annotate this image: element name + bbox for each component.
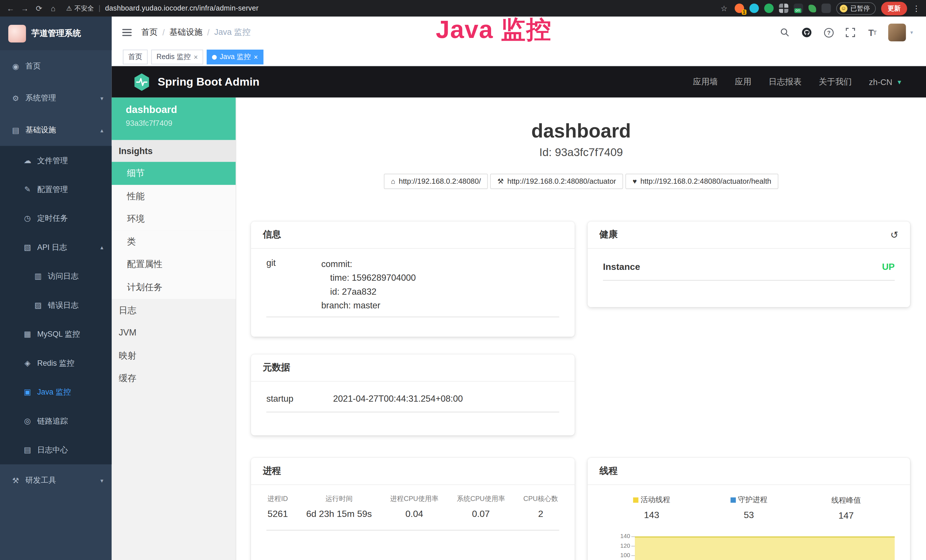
sba-header: Spring Boot Admin 应用墙 应用 日志报表 关于我们 zh-CN… [112,66,926,98]
sba-menu-environment[interactable]: 环境 [112,207,236,230]
breadcrumb-infrastructure[interactable]: 基础设施 [169,27,203,38]
health-card: 健康 ↺ Instance UP [587,222,910,307]
health-url-button[interactable]: ♥ http://192.168.0.2:48080/actuator/heal… [625,174,778,189]
sidebar-item-system-management[interactable]: ⚙ 系统管理 ▾ [0,82,112,114]
back-icon[interactable]: ← [3,4,18,12]
info-row-value: commit: time: 1596289704000 id: 27aa832 … [321,257,416,312]
sba-nav-about[interactable]: 关于我们 [819,76,852,87]
actuator-url-button[interactable]: ⚒ http://192.168.0.2:48080/actuator [490,174,623,189]
sba-menu-metrics[interactable]: 性能 [112,185,236,207]
extension-grid-icon[interactable] [779,3,788,13]
home-icon: ⌂ [391,177,395,185]
user-avatar[interactable] [888,24,906,41]
tab-home[interactable]: 首页 [123,50,148,65]
close-icon[interactable]: × [254,53,258,61]
infrastructure-submenu: ☁ 文件管理 ✎ 配置管理 ◷ 定时任务 ▧ API 日志 ▴ ▥ 访问日志 ▨ [0,146,112,464]
chrome-update-button[interactable]: 更新 [881,2,907,15]
sidebar-item-trace[interactable]: ◎ 链路追踪 [0,407,112,435]
mysql-icon: ▦ [23,330,32,339]
history-icon[interactable]: ↺ [890,229,898,240]
sidebar-item-access-logs[interactable]: ▥ 访问日志 [0,262,112,291]
sidebar-item-error-logs[interactable]: ▨ 错误日志 [0,291,112,319]
sidebar-item-file-management[interactable]: ☁ 文件管理 [0,146,112,175]
sba-brand[interactable]: Spring Boot Admin [133,73,260,91]
tab-java-monitor[interactable]: Java 监控 × [207,50,263,65]
sba-menu-logs[interactable]: 日志 [112,299,236,321]
reload-icon[interactable]: ⟳ [32,4,46,12]
sba-nav-journal[interactable]: 日志报表 [769,76,802,87]
sidebar-item-redis-monitor[interactable]: ◈ Redis 监控 [0,349,112,377]
browser-menu-icon[interactable]: ⋮ [912,4,920,12]
help-icon[interactable]: ? [823,27,835,38]
service-url-button[interactable]: ⌂ http://192.168.0.2:48080/ [384,174,488,189]
github-icon[interactable] [801,27,813,38]
sidebar-collapse-icon[interactable] [123,29,132,36]
fullscreen-icon[interactable] [845,27,856,38]
tab-redis-monitor[interactable]: Redis 监控 × [151,50,203,65]
error-log-icon: ▨ [34,301,42,310]
address-bar[interactable]: dashboard.yudao.iocoder.cn/infra/admin-s… [105,4,259,12]
extension-fox-icon[interactable]: 1 [735,3,744,13]
sidebar-item-java-monitor[interactable]: ▣ Java 监控 [0,377,112,406]
sba-menu-jvm[interactable]: JVM [112,321,236,344]
font-size-icon[interactable]: TT [867,27,878,38]
table-row: Instance UP [603,257,895,281]
extension-puzzle-icon[interactable] [822,3,831,13]
sba-menu-config-props[interactable]: 配置属性 [112,253,236,276]
breadcrumb-separator: / [162,28,165,37]
sba-menu-classes[interactable]: 类 [112,230,236,253]
instance-id: 93a3fc7f7409 [126,119,236,127]
sidebar-item-dev-tools[interactable]: ⚒ 研发工具 ▾ [0,465,112,496]
status-badge: UP [882,262,895,272]
chevron-down-icon: ▾ [100,95,103,101]
page-title: dashboard [236,120,926,142]
bookmark-star-icon[interactable]: ☆ [719,4,729,12]
table-row: git commit: time: 1596289704000 id: 27aa… [266,257,559,317]
chevron-down-icon: ▾ [910,30,913,36]
instance-block[interactable]: dashboard 93a3fc7f7409 [112,98,236,140]
home-icon[interactable]: ⌂ [46,4,61,12]
sidebar-item-log-center[interactable]: ▤ 日志中心 [0,435,112,464]
sba-menu-caches[interactable]: 缓存 [112,367,236,390]
chevron-up-icon: ▴ [100,244,103,250]
sba-menu-details[interactable]: 细节 [112,162,236,185]
sba-nav-applications[interactable]: 应用 [735,76,752,87]
security-indicator[interactable]: ⚠ 不安全 [66,4,94,12]
divider: | [99,4,100,12]
breadcrumb-home[interactable]: 首页 [141,27,158,38]
instance-name: dashboard [126,104,236,115]
extension-badge: 1 [741,9,747,15]
extension-drop-icon[interactable] [749,3,759,13]
metadata-row-value: 2021-04-27T00:44:31.254+08:00 [333,394,463,403]
paused-badge[interactable]: ☺ 已暂停 [836,2,876,14]
admin-sidebar: 芋道管理系统 ◉ 首页 ⚙ 系统管理 ▾ ▤ 基础设施 ▴ ☁ 文件管理 ✎ 配… [0,17,112,560]
forward-icon[interactable]: → [18,4,32,12]
sba-menu-scheduled-tasks[interactable]: 计划任务 [112,276,236,299]
instance-links: ⌂ http://192.168.0.2:48080/ ⚒ http://192… [236,174,926,189]
app-logo-row[interactable]: 芋道管理系统 [0,17,112,50]
close-icon[interactable]: × [194,53,198,61]
sidebar-item-scheduled-tasks[interactable]: ◷ 定时任务 [0,204,112,233]
breadcrumb-current: Java 监控 [214,27,250,38]
sidebar-item-mysql-monitor[interactable]: ▦ MySQL 监控 [0,319,112,348]
sidebar-item-config-management[interactable]: ✎ 配置管理 [0,175,112,204]
sba-nav-wallboard[interactable]: 应用墙 [693,76,718,87]
sba-locale-select[interactable]: zh-CN [869,77,892,86]
extension-switch-icon[interactable]: on [794,3,803,13]
extension-leaf-icon[interactable] [808,5,816,12]
sidebar-item-infrastructure[interactable]: ▤ 基础设施 ▴ [0,114,112,146]
sidebar-item-api-logs[interactable]: ▧ API 日志 ▴ [0,233,112,262]
extension-green-icon[interactable] [764,3,774,13]
process-card-title: 进程 [251,458,575,485]
legend-swatch-blue [730,498,736,503]
y-tick: 100 [607,552,630,558]
app-logo [8,24,26,42]
search-icon[interactable] [779,27,791,38]
java-icon: ▣ [23,387,32,396]
sba-sidebar: dashboard 93a3fc7f7409 Insights 细节 性能 环境… [112,98,236,560]
sidebar-item-home[interactable]: ◉ 首页 [0,50,112,82]
security-label: 不安全 [74,4,94,12]
sba-logo-icon [133,73,151,91]
sba-menu-mappings[interactable]: 映射 [112,344,236,367]
y-tick: 140 [607,533,630,539]
